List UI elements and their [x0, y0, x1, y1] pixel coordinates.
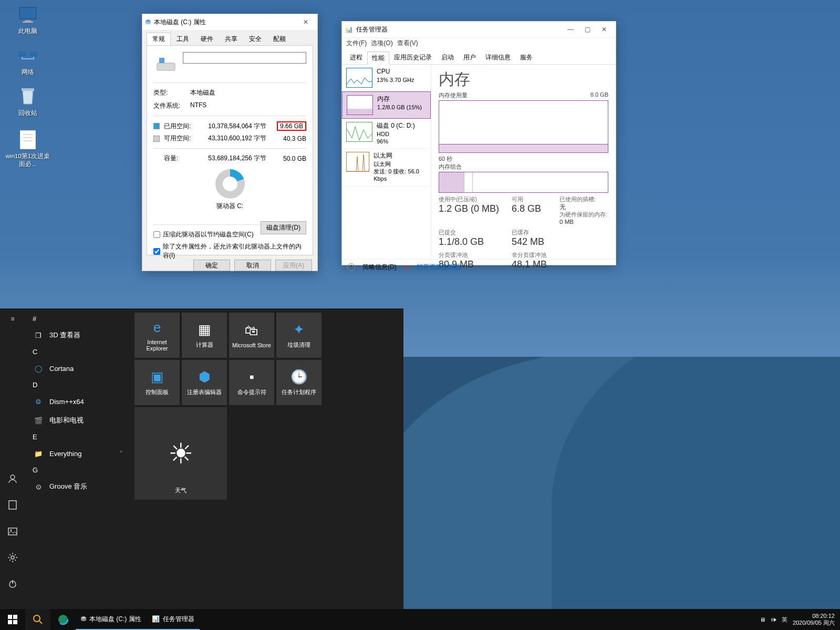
taskbar-clock[interactable]: 08:20:12 2020/09/05 周六 — [793, 613, 835, 626]
tile-task-scheduler[interactable]: 🕒任务计划程序 — [276, 360, 322, 405]
tile-cleanup[interactable]: ✦垃圾清理 — [276, 313, 322, 358]
usage-label: 内存使用量 — [439, 91, 468, 99]
edge-button[interactable] — [50, 609, 76, 630]
list-header[interactable]: # — [25, 312, 130, 326]
taskbar-item-taskmgr[interactable]: 📊 任务管理器 — [147, 609, 200, 630]
user-icon[interactable] — [7, 473, 18, 484]
store-icon: 🛍 — [245, 323, 258, 339]
svg-rect-13 — [9, 501, 16, 509]
start-rail: ≡ — [0, 308, 25, 609]
svg-line-24 — [15, 554, 16, 555]
start-menu: ≡ # ❒3D 查看器 C ◯Cortana D ⚙Dism++x64 🎬电影和… — [0, 308, 403, 609]
start-app-list[interactable]: # ❒3D 查看器 C ◯Cortana D ⚙Dism++x64 🎬电影和电视… — [25, 308, 130, 609]
menu-view[interactable]: 查看(V) — [397, 39, 418, 48]
svg-point-15 — [11, 529, 12, 531]
list-item-movies[interactable]: 🎬电影和电视 — [25, 411, 130, 430]
cancel-button[interactable]: 取消 — [234, 260, 271, 271]
free-gb: 40.3 GB — [275, 135, 306, 142]
tab-app-history[interactable]: 应用历史记录 — [389, 51, 437, 64]
power-icon[interactable] — [7, 579, 18, 589]
properties-titlebar[interactable]: ⛃ 本地磁盘 (C:) 属性 ✕ — [142, 14, 317, 30]
taskmgr-titlebar[interactable]: 📊 任务管理器 — ▢ ✕ — [342, 22, 616, 37]
close-button[interactable]: ✕ — [297, 15, 314, 29]
desktop-icon-recycle-bin[interactable]: 回收站 — [4, 86, 51, 117]
used-color-swatch — [153, 123, 160, 129]
tab-users[interactable]: 用户 — [459, 51, 481, 64]
cpu-mini-graph — [346, 68, 372, 88]
taskbar-item-properties[interactable]: ⛃ 本地磁盘 (C:) 属性 — [76, 609, 147, 630]
music-icon: ⊙ — [33, 481, 44, 492]
sidebar-ethernet[interactable]: 以太网以太网发送: 0 接收: 56.0 Kbps — [342, 149, 431, 186]
tray-network-icon[interactable]: 🕪 — [771, 616, 776, 623]
tab-general[interactable]: 常规 — [147, 33, 171, 46]
svg-rect-2 — [23, 22, 33, 23]
used-label: 已用空间: — [164, 122, 195, 131]
tile-calculator[interactable]: ▦计算器 — [182, 313, 227, 358]
brief-info-link[interactable]: 简略信息(D) — [362, 263, 397, 272]
desktop-icon-this-pc[interactable]: 此电脑 — [4, 4, 51, 35]
close-button[interactable]: ✕ — [596, 22, 613, 37]
documents-icon[interactable] — [7, 500, 18, 510]
list-item-3d-viewer[interactable]: ❒3D 查看器 — [25, 326, 130, 345]
list-item-cortana[interactable]: ◯Cortana — [25, 359, 130, 378]
properties-panel: 类型:本地磁盘 文件系统:NTFS 已用空间: 10,378,584,064 字… — [147, 45, 313, 255]
menu-file[interactable]: 文件(F) — [346, 39, 367, 48]
svg-rect-5 — [22, 88, 34, 91]
tile-weather[interactable]: ☀ 天气 — [134, 407, 227, 500]
index-checkbox[interactable] — [153, 248, 160, 255]
svg-point-12 — [11, 475, 15, 479]
chevron-up-icon[interactable]: ˄ — [347, 263, 355, 271]
memory-composition-graph — [439, 172, 608, 193]
tab-performance[interactable]: 性能 — [367, 51, 389, 65]
tab-quota[interactable]: 配额 — [267, 33, 292, 46]
maximize-button[interactable]: ▢ — [579, 22, 596, 37]
fs-value: NTFS — [190, 101, 206, 110]
compress-checkbox[interactable] — [153, 231, 160, 238]
tab-processes[interactable]: 进程 — [345, 51, 367, 64]
resource-monitor-link[interactable]: 打开资源监视器 — [417, 263, 461, 272]
index-checkbox-row[interactable]: 除了文件属性外，还允许索引此驱动器上文件的内容(I) — [153, 242, 306, 260]
tab-startup[interactable]: 启动 — [437, 51, 459, 64]
drive-name-input[interactable] — [183, 52, 306, 64]
tray-monitor-icon[interactable]: 🖥 — [760, 616, 765, 623]
tile-regedit[interactable]: ⬢注册表编辑器 — [182, 360, 227, 405]
tab-hardware[interactable]: 硬件 — [195, 33, 219, 46]
pictures-icon[interactable] — [7, 526, 18, 536]
tab-services[interactable]: 服务 — [515, 51, 537, 64]
minimize-button[interactable]: — — [562, 22, 579, 37]
desktop-icon-txt[interactable]: win10第1次进桌面必... — [4, 129, 51, 168]
no-entry-icon: ⊘ — [404, 264, 409, 271]
desktop-icon-network[interactable]: 网络 — [4, 45, 51, 76]
list-item-dism[interactable]: ⚙Dism++x64 — [25, 392, 130, 411]
disk-mini-graph — [346, 122, 372, 142]
apply-button[interactable]: 应用(A) — [275, 260, 312, 271]
tile-control-panel[interactable]: ▣控制面板 — [134, 360, 180, 405]
search-button[interactable] — [25, 609, 50, 630]
settings-icon[interactable] — [7, 552, 18, 563]
svg-rect-11 — [159, 58, 164, 63]
tab-details[interactable]: 详细信息 — [481, 51, 515, 64]
menu-options[interactable]: 选项(O) — [371, 39, 392, 48]
svg-rect-14 — [8, 528, 17, 535]
list-item-everything[interactable]: 📁Everything˅ — [25, 444, 130, 463]
ime-indicator[interactable]: 英 — [782, 616, 787, 624]
sidebar-cpu[interactable]: CPU13% 3.70 GHz — [342, 65, 431, 91]
folder-icon: 📁 — [33, 448, 44, 459]
hamburger-icon[interactable]: ≡ — [7, 314, 18, 324]
tab-security[interactable]: 安全 — [243, 33, 267, 46]
tab-sharing[interactable]: 共享 — [219, 33, 243, 46]
ok-button[interactable]: 确定 — [193, 260, 230, 271]
list-item-groove[interactable]: ⊙Groove 音乐 — [25, 477, 130, 496]
tile-ie[interactable]: eInternet Explorer — [134, 313, 180, 358]
tab-tools[interactable]: 工具 — [171, 33, 195, 46]
tile-cmd[interactable]: ▪命令提示符 — [229, 360, 274, 405]
svg-line-22 — [15, 560, 16, 561]
sidebar-memory[interactable]: 内存1.2/8.0 GB (15%) — [342, 91, 431, 119]
drive-icon: ⛃ — [81, 615, 86, 623]
properties-dialog: ⛃ 本地磁盘 (C:) 属性 ✕ 常规 工具 硬件 共享 安全 配额 类型:本地… — [142, 14, 318, 271]
tile-ms-store[interactable]: 🛍Microsoft Store — [229, 313, 274, 358]
sidebar-disk[interactable]: 磁盘 0 (C: D:)HDD96% — [342, 119, 431, 149]
start-button[interactable] — [0, 609, 25, 630]
taskmgr-title: 任务管理器 — [356, 25, 562, 34]
disk-cleanup-button[interactable]: 磁盘清理(D) — [261, 221, 306, 234]
